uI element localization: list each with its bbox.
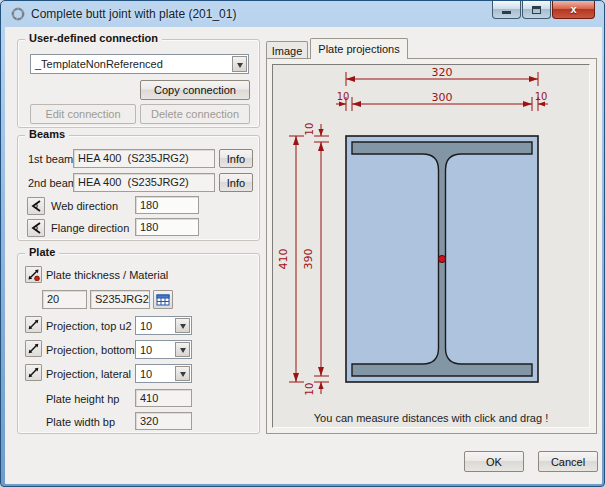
second-beam-field: HEA 400 (S235JRG2): [73, 173, 215, 192]
plate-thickness-button[interactable]: [25, 266, 42, 283]
projection-top-label: Projection, top u2: [46, 320, 132, 332]
second-beam-info-button[interactable]: Info: [219, 173, 253, 192]
center-marker: [438, 255, 445, 262]
group-title: User-defined connection: [25, 32, 162, 44]
diagonal-arrows-icon: [27, 366, 40, 379]
tab-label: Image: [272, 45, 303, 57]
select-value: 10: [140, 368, 152, 380]
first-beam-field: HEA 400 (S235JRG2): [73, 149, 215, 168]
material-picker-button[interactable]: [153, 290, 173, 309]
button-label: Copy connection: [154, 84, 236, 96]
plate-width-field: 320: [135, 412, 192, 430]
plate-material-field[interactable]: S235JRG2: [90, 290, 150, 309]
web-direction-field[interactable]: 180: [135, 196, 199, 214]
group-title: Plate: [25, 246, 59, 258]
chevron-down-icon[interactable]: [175, 342, 190, 357]
tab-label: Plate projections: [318, 43, 399, 55]
maximize-button[interactable]: [522, 1, 551, 19]
plate-thickness-field[interactable]: 20: [42, 290, 87, 309]
minimize-button[interactable]: [492, 1, 521, 19]
web-direction-button[interactable]: [27, 197, 45, 215]
button-label: OK: [486, 456, 502, 468]
plate-projections-panel: 320 10 300 10 410 390 10 10 You can meas…: [266, 58, 597, 434]
projection-top-button[interactable]: [25, 316, 42, 333]
cancel-button[interactable]: Cancel: [538, 451, 598, 472]
dialog-window: Complete butt joint with plate (201_01) …: [0, 0, 605, 487]
plate-height-label: Plate height hp: [46, 393, 119, 405]
button-label: Cancel: [551, 456, 585, 468]
button-label: Info: [227, 177, 245, 189]
projection-lateral-label: Projection, lateral: [46, 368, 131, 380]
projection-lateral-button[interactable]: [25, 364, 42, 381]
tab-image[interactable]: Image: [266, 41, 308, 59]
delete-connection-button[interactable]: Delete connection: [140, 104, 250, 124]
dim-plate-height: 410: [277, 249, 290, 270]
plate-width-label: Plate width bp: [46, 416, 115, 428]
dim-left-margin: 10: [337, 91, 350, 102]
angle-icon: [30, 222, 42, 234]
group-plate: Plate Plate thickness / Material 20 S235…: [17, 253, 260, 434]
group-beams: Beams 1st beam HEA 400 (S235JRG2) Info 2…: [17, 135, 260, 241]
connection-template-combobox[interactable]: _TemplateNonReferenced: [30, 54, 249, 74]
second-beam-label: 2nd beam: [28, 177, 77, 189]
button-label: Info: [227, 153, 245, 165]
measure-hint-text: You can measure distances with click and…: [273, 412, 589, 424]
app-icon: [10, 6, 26, 22]
first-beam-label: 1st beam: [28, 153, 73, 165]
dim-right-margin: 10: [535, 91, 548, 102]
thickness-arrows-icon: [27, 268, 40, 281]
drawing-canvas[interactable]: 320 10 300 10 410 390 10 10 You can meas…: [272, 64, 590, 428]
diagonal-arrows-icon: [27, 342, 40, 355]
web-direction-label: Web direction: [51, 200, 118, 212]
projection-top-select[interactable]: 10: [135, 316, 192, 335]
select-value: 10: [140, 320, 152, 332]
copy-connection-button[interactable]: Copy connection: [140, 80, 250, 100]
tab-plate-projections[interactable]: Plate projections: [310, 38, 408, 59]
dialog-client-area: User-defined connection _TemplateNonRefe…: [5, 27, 602, 484]
dim-flange-width: 300: [432, 91, 453, 104]
material-table-icon: [156, 294, 170, 306]
flange-direction-label: Flange direction: [51, 222, 129, 234]
dim-beam-height: 390: [302, 249, 315, 270]
plate-projection-drawing: 320 10 300 10 410 390 10 10: [273, 65, 589, 409]
diagonal-arrows-icon: [27, 318, 40, 331]
close-button[interactable]: x: [552, 1, 595, 19]
window-title: Complete butt joint with plate (201_01): [31, 7, 236, 21]
group-user-defined-connection: User-defined connection _TemplateNonRefe…: [17, 39, 260, 128]
group-title: Beams: [25, 128, 69, 140]
chevron-down-icon[interactable]: [175, 366, 190, 381]
plate-thickness-label: Plate thickness / Material: [46, 269, 168, 281]
angle-icon: [30, 200, 42, 212]
plate-height-field: 410: [135, 389, 192, 407]
dim-plate-width: 320: [432, 66, 453, 79]
chevron-down-icon[interactable]: [232, 56, 247, 72]
combobox-value: _TemplateNonReferenced: [35, 58, 163, 70]
ok-button[interactable]: OK: [464, 451, 524, 472]
projection-bottom-select[interactable]: 10: [135, 340, 192, 359]
projection-lateral-select[interactable]: 10: [135, 364, 192, 383]
select-value: 10: [140, 344, 152, 356]
button-label: Edit connection: [45, 108, 120, 120]
dim-top-margin: 10: [304, 123, 315, 136]
chevron-down-icon[interactable]: [175, 318, 190, 333]
flange-direction-field[interactable]: 180: [135, 218, 199, 236]
dim-bottom-margin: 10: [304, 383, 315, 396]
flange-direction-button[interactable]: [27, 219, 45, 237]
edit-connection-button[interactable]: Edit connection: [30, 104, 136, 124]
title-bar[interactable]: Complete butt joint with plate (201_01) …: [1, 1, 604, 27]
first-beam-info-button[interactable]: Info: [219, 149, 253, 168]
button-label: Delete connection: [151, 108, 239, 120]
projection-bottom-button[interactable]: [25, 340, 42, 357]
